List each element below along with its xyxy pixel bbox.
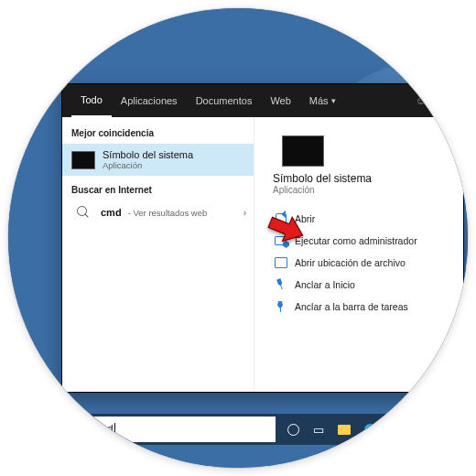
preview-title: Símbolo del sistema bbox=[273, 172, 454, 185]
taskbar-search-input[interactable]: cmd bbox=[65, 416, 276, 442]
tab-all[interactable]: Todo bbox=[71, 84, 112, 117]
tab-more-label: Más bbox=[309, 95, 329, 106]
web-suffix: - Ver resultados web bbox=[128, 208, 208, 218]
open-icon bbox=[275, 212, 287, 225]
result-title: Símbolo del sistema bbox=[103, 149, 193, 160]
options-icon[interactable]: ⋯ bbox=[432, 94, 454, 107]
search-icon bbox=[72, 423, 85, 436]
action-label: Abrir ubicación de archivo bbox=[295, 257, 406, 268]
search-tabs: Todo Aplicaciones Documentos Web Más ▾ ☺… bbox=[62, 84, 463, 117]
tab-web[interactable]: Web bbox=[261, 84, 299, 117]
feedback-icon[interactable]: ☺ bbox=[410, 94, 432, 107]
pin-icon bbox=[275, 300, 287, 313]
pin-icon bbox=[273, 276, 289, 293]
search-query-text: cmd bbox=[92, 423, 114, 436]
mail-icon[interactable] bbox=[411, 419, 431, 439]
result-preview: Símbolo del sistema Aplicación Abrir Eje… bbox=[254, 117, 463, 392]
action-open[interactable]: Abrir bbox=[271, 208, 454, 230]
tab-apps[interactable]: Aplicaciones bbox=[112, 84, 187, 117]
search-icon bbox=[77, 206, 90, 219]
action-label: Anclar a Inicio bbox=[295, 279, 355, 290]
action-open-location[interactable]: Abrir ubicación de archivo bbox=[271, 252, 454, 274]
command-prompt-icon bbox=[282, 135, 324, 167]
results-list: Mejor coincidencia Símbolo del sistema A… bbox=[62, 117, 254, 392]
edge-icon[interactable] bbox=[360, 419, 380, 439]
chevron-right-icon: › bbox=[243, 208, 246, 218]
result-subtitle: Aplicación bbox=[103, 160, 193, 170]
taskbar-icons: ▭ bbox=[283, 419, 431, 439]
chevron-down-icon: ▾ bbox=[331, 96, 336, 105]
action-pin-start[interactable]: Anclar a Inicio bbox=[271, 274, 454, 296]
best-match-header: Mejor coincidencia bbox=[62, 124, 254, 144]
action-label: Abrir bbox=[295, 213, 315, 224]
store-icon[interactable] bbox=[385, 419, 406, 439]
task-view-icon[interactable]: ▭ bbox=[308, 419, 329, 439]
shield-icon bbox=[275, 234, 287, 247]
result-web-search[interactable]: cmd - Ver resultados web › bbox=[62, 200, 254, 224]
folder-icon bbox=[275, 256, 287, 269]
web-query: cmd bbox=[101, 207, 122, 218]
action-label: Anclar a la barra de tareas bbox=[295, 301, 408, 312]
start-search-panel: Todo Aplicaciones Documentos Web Más ▾ ☺… bbox=[61, 83, 464, 393]
file-explorer-icon[interactable] bbox=[334, 419, 354, 439]
web-search-header: Buscar en Internet bbox=[62, 181, 254, 200]
action-label: Ejecutar como administrador bbox=[295, 235, 417, 246]
action-run-as-admin[interactable]: Ejecutar como administrador bbox=[271, 230, 454, 252]
preview-subtitle: Aplicación bbox=[273, 185, 454, 195]
tab-documents[interactable]: Documentos bbox=[187, 84, 262, 117]
cortana-icon[interactable] bbox=[283, 419, 303, 439]
command-prompt-icon bbox=[71, 151, 95, 169]
result-command-prompt[interactable]: Símbolo del sistema Aplicación bbox=[62, 144, 254, 176]
action-pin-taskbar[interactable]: Anclar a la barra de tareas bbox=[271, 296, 454, 318]
taskbar: cmd ▭ bbox=[8, 414, 468, 445]
tab-more[interactable]: Más ▾ bbox=[300, 84, 345, 117]
